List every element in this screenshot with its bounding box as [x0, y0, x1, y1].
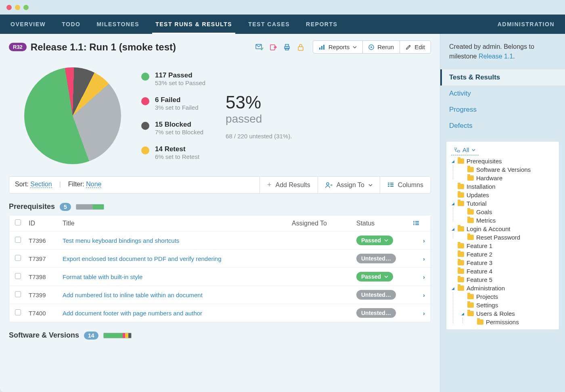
tree-node[interactable]: Goals [458, 208, 557, 216]
tree-expand-icon[interactable]: ◢ [460, 312, 465, 316]
table-row: T7399 Add numbered list to inline table … [9, 286, 431, 304]
add-results-button[interactable]: + Add Results [259, 177, 318, 193]
tree-expand-icon[interactable]: ◢ [450, 286, 455, 290]
reports-button[interactable]: Reports [313, 40, 363, 54]
row-checkbox[interactable] [15, 273, 21, 279]
svg-rect-20 [415, 221, 419, 222]
untested-line: 68 / 220 untested (31%). [226, 133, 292, 140]
tree-node[interactable]: Settings [458, 301, 557, 309]
tree-expand-icon[interactable]: ◢ [450, 159, 455, 163]
close-dot[interactable] [6, 5, 12, 10]
status-pill[interactable]: Passed [356, 236, 393, 245]
tree-node-label: Tutorial [467, 200, 486, 207]
status-pill[interactable]: Passed [356, 272, 393, 281]
select-all-checkbox[interactable] [15, 219, 21, 225]
legend-sub: 7% set to Blocked [155, 129, 203, 136]
milestone-link[interactable]: Release 1.1 [479, 53, 513, 60]
plus-icon: + [267, 181, 272, 189]
filter-value[interactable]: None [86, 181, 101, 188]
print-icon[interactable] [283, 43, 291, 51]
test-title-link[interactable]: Add document footer with page numbers an… [63, 310, 202, 317]
tree-node-label: Software & Versions [476, 166, 531, 173]
tree-node[interactable]: Feature 3 [449, 259, 557, 267]
tree-node[interactable]: Projects [458, 292, 557, 301]
nav-testruns[interactable]: TEST RUNS & RESULTS [152, 15, 235, 34]
legend-dot-passed [141, 73, 149, 81]
status-pill[interactable]: Untested… [356, 308, 396, 318]
tree-node[interactable]: ◢ Login & Account [449, 225, 557, 233]
assign-to-button[interactable]: Assign To [318, 177, 380, 193]
tree-node[interactable]: Feature 2 [449, 250, 557, 259]
tree-node[interactable]: Installation [449, 182, 557, 191]
svg-rect-19 [413, 224, 414, 225]
status-pill[interactable]: Untested… [356, 254, 396, 263]
tree-expand-icon[interactable]: ◢ [450, 227, 455, 231]
row-checkbox[interactable] [15, 309, 21, 315]
tree-expand-icon[interactable]: ◢ [450, 202, 455, 206]
lock-icon[interactable] [297, 43, 305, 51]
nav-testcases[interactable]: TEST CASES [245, 15, 293, 34]
test-title-link[interactable]: Add numbered list to inline table within… [63, 292, 203, 298]
tree-node[interactable]: ◢ Prerequisites [449, 157, 557, 165]
sidenav-activity[interactable]: Activity [440, 85, 565, 102]
folder-icon [467, 209, 474, 215]
filter-label: Filter: [68, 181, 84, 188]
tree-all[interactable]: All [451, 145, 479, 155]
row-checkbox[interactable] [15, 255, 21, 261]
row-expand-icon[interactable]: › [423, 237, 425, 244]
window-title-bar [0, 0, 565, 15]
export-icon[interactable] [269, 43, 277, 51]
tree-node[interactable]: Updates [449, 191, 557, 199]
legend-row-failed: 6 Failed 3% set to Failed [141, 96, 205, 111]
legend-dot-blocked [141, 122, 149, 130]
sidenav-defects[interactable]: Defects [440, 118, 565, 134]
edit-button[interactable]: Edit [400, 40, 431, 54]
row-expand-icon[interactable]: › [423, 255, 425, 262]
tree-node-label: Projects [476, 293, 498, 300]
tree-node[interactable]: ◢ Tutorial [449, 199, 557, 208]
tree-node[interactable]: Feature 5 [449, 275, 557, 284]
test-title-link[interactable]: Test menu keyboard bindings and shortcut… [63, 237, 179, 244]
row-expand-icon[interactable]: › [423, 292, 425, 298]
column-options-icon[interactable] [413, 221, 425, 226]
svg-rect-5 [298, 47, 303, 50]
tree-node[interactable]: Permissions [468, 318, 557, 326]
tree-node[interactable]: Feature 4 [449, 267, 557, 275]
nav-milestones[interactable]: MILESTONES [93, 15, 142, 34]
mail-check-icon[interactable] [255, 43, 264, 51]
sort-value[interactable]: Section [30, 181, 52, 188]
test-title-link[interactable]: Export enclosed test document to PDF and… [63, 255, 222, 262]
maximize-dot[interactable] [23, 5, 29, 10]
rerun-button[interactable]: Rerun [363, 40, 400, 54]
tree-node-label: Hardware [476, 175, 502, 181]
row-expand-icon[interactable]: › [423, 310, 425, 317]
nav-overview[interactable]: OVERVIEW [7, 15, 49, 34]
nav-admin[interactable]: ADMINISTRATION [494, 15, 558, 34]
folder-icon [458, 243, 464, 248]
legend-sub: 53% set to Passed [155, 79, 205, 86]
row-checkbox[interactable] [15, 291, 21, 297]
tree-node[interactable]: Metrics [458, 216, 557, 225]
minimize-dot[interactable] [15, 5, 20, 10]
row-expand-icon[interactable]: › [423, 273, 425, 280]
nav-reports[interactable]: REPORTS [303, 15, 341, 34]
tree-node[interactable]: Reset Password [458, 233, 557, 242]
tree-node[interactable]: Feature 1 [449, 242, 557, 250]
tree-node-label: Feature 2 [467, 251, 492, 258]
nav-todo[interactable]: TODO [59, 15, 84, 34]
tree-node-label: Administration [467, 285, 505, 292]
tree-node[interactable]: ◢ Administration [449, 284, 557, 292]
status-pill[interactable]: Untested… [356, 290, 396, 300]
tree: All ◢ Prerequisites Software & Versions … [446, 141, 559, 330]
sidenav-tests-results[interactable]: Tests & Results [440, 69, 565, 85]
sidenav-progress[interactable]: Progress [440, 102, 565, 118]
row-checkbox[interactable] [15, 237, 21, 243]
test-title-link[interactable]: Format table with built-in style [63, 273, 142, 280]
tree-node[interactable]: Software & Versions [458, 165, 557, 174]
columns-button[interactable]: Columns [380, 177, 431, 193]
col-id: ID [29, 220, 63, 227]
legend: 117 Passed 53% set to Passed 6 Failed 3%… [141, 71, 205, 160]
pie-chart [24, 67, 121, 164]
tree-node[interactable]: Hardware [458, 174, 557, 182]
tree-node[interactable]: ◢ Users & Roles [458, 309, 557, 318]
